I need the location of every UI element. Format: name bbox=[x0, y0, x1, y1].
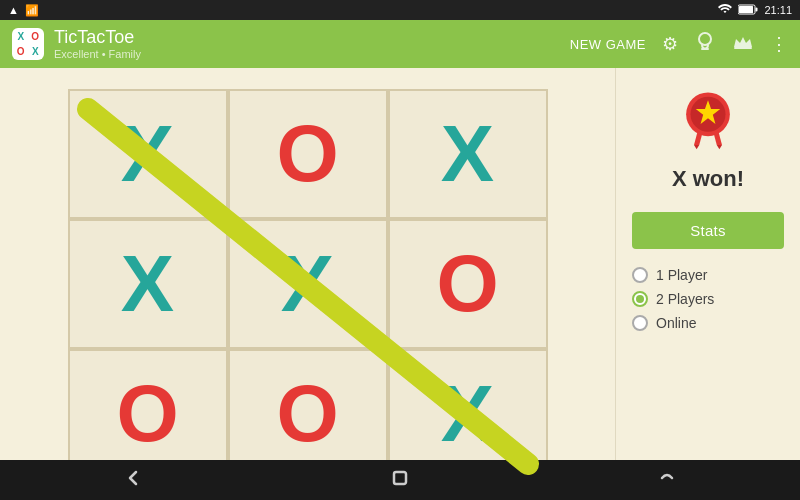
main-content: XOXXXOOOX X won! Stats 1 Player2 Players… bbox=[0, 68, 800, 500]
game-board: XOXXXOOOX bbox=[68, 89, 548, 479]
signal-icon: 📶 bbox=[25, 4, 39, 17]
radio-item-2[interactable]: Online bbox=[632, 315, 784, 331]
toolbar: X O O X TicTacToe Excellent • Family NEW… bbox=[0, 20, 800, 68]
radio-label-1: 2 Players bbox=[656, 291, 714, 307]
back-button[interactable] bbox=[122, 467, 144, 494]
wifi-status-icon bbox=[718, 3, 732, 17]
cell-4[interactable]: X bbox=[228, 219, 388, 349]
app-title: TicTacToe bbox=[54, 28, 570, 48]
home-button[interactable] bbox=[389, 467, 411, 494]
toolbar-title-block: TicTacToe Excellent • Family bbox=[54, 28, 570, 60]
radio-item-1[interactable]: 2 Players bbox=[632, 291, 784, 307]
stats-button[interactable]: Stats bbox=[632, 212, 784, 249]
svg-rect-4 bbox=[701, 48, 709, 50]
radio-circle-0 bbox=[632, 267, 648, 283]
winner-text: X won! bbox=[672, 166, 744, 192]
radio-label-2: Online bbox=[656, 315, 696, 331]
svg-rect-2 bbox=[739, 6, 753, 13]
more-options-icon[interactable]: ⋮ bbox=[770, 33, 788, 55]
wifi-icon: ▲ bbox=[8, 4, 19, 16]
svg-rect-5 bbox=[734, 47, 752, 49]
crown-icon[interactable] bbox=[732, 31, 754, 58]
radio-item-0[interactable]: 1 Player bbox=[632, 267, 784, 283]
app-logo: X O O X bbox=[12, 28, 44, 60]
svg-marker-11 bbox=[713, 132, 722, 145]
svg-marker-13 bbox=[717, 145, 722, 149]
cell-3[interactable]: X bbox=[68, 219, 228, 349]
settings-icon[interactable]: ⚙ bbox=[662, 33, 678, 55]
new-game-button[interactable]: NEW GAME bbox=[570, 37, 646, 52]
board-area: XOXXXOOOX bbox=[0, 68, 615, 500]
status-bar-left: ▲ 📶 bbox=[8, 4, 39, 17]
cell-1[interactable]: O bbox=[228, 89, 388, 219]
svg-rect-14 bbox=[394, 472, 406, 484]
app-subtitle: Excellent • Family bbox=[54, 48, 570, 60]
right-panel: X won! Stats 1 Player2 PlayersOnline bbox=[615, 68, 800, 500]
status-bar: ▲ 📶 21:11 bbox=[0, 0, 800, 20]
status-bar-right: 21:11 bbox=[718, 3, 792, 17]
cell-5[interactable]: O bbox=[388, 219, 548, 349]
logo-x2: X bbox=[29, 45, 43, 59]
logo-o2: O bbox=[14, 45, 28, 59]
recent-apps-button[interactable] bbox=[656, 467, 678, 494]
bottom-nav-bar bbox=[0, 460, 800, 500]
toolbar-actions: NEW GAME ⚙ ⋮ bbox=[570, 31, 788, 58]
cell-0[interactable]: X bbox=[68, 89, 228, 219]
svg-rect-1 bbox=[756, 7, 758, 11]
svg-marker-12 bbox=[694, 145, 699, 149]
logo-x1: X bbox=[14, 30, 28, 44]
cell-2[interactable]: X bbox=[388, 89, 548, 219]
clock: 21:11 bbox=[764, 4, 792, 16]
radio-group: 1 Player2 PlayersOnline bbox=[632, 267, 784, 331]
radio-circle-1 bbox=[632, 291, 648, 307]
radio-label-0: 1 Player bbox=[656, 267, 707, 283]
svg-point-3 bbox=[699, 33, 711, 45]
trophy-icon bbox=[673, 88, 743, 158]
radio-circle-2 bbox=[632, 315, 648, 331]
logo-o1: O bbox=[29, 30, 43, 44]
trophy-toolbar-icon[interactable] bbox=[694, 31, 716, 58]
battery-icon bbox=[738, 4, 758, 17]
svg-marker-10 bbox=[694, 132, 703, 145]
